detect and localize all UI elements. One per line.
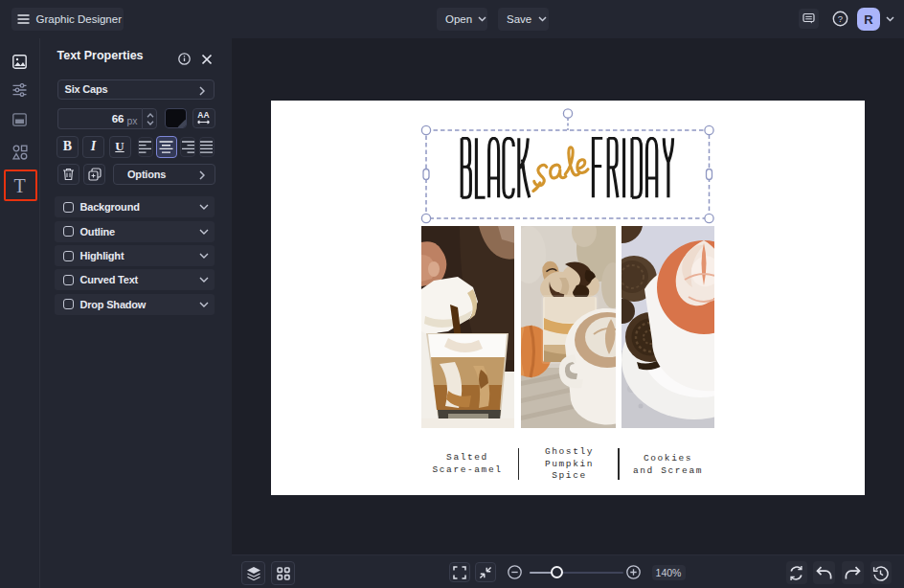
svg-text:?: ? xyxy=(838,13,843,24)
svg-text:AA: AA xyxy=(197,111,209,120)
